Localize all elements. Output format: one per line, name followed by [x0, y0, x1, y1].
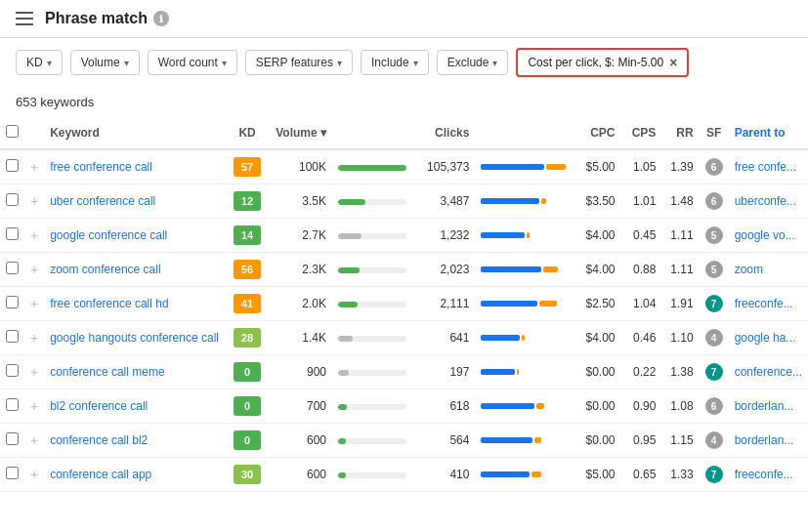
- sf-cell: 4: [700, 321, 729, 355]
- clicks-blue-segment: [481, 403, 534, 409]
- parent-cell[interactable]: freeconfe...: [729, 458, 808, 492]
- parent-cell[interactable]: conference...: [729, 355, 808, 389]
- add-keyword-icon[interactable]: +: [30, 262, 38, 277]
- close-filter-icon[interactable]: ×: [669, 55, 677, 70]
- volume-bar-fill: [338, 233, 362, 239]
- row-checkbox-cell[interactable]: [0, 149, 24, 184]
- row-checkbox-cell[interactable]: [0, 219, 24, 253]
- col-header-volume[interactable]: Volume ▾: [270, 117, 332, 149]
- row-checkbox-cell[interactable]: [0, 458, 24, 492]
- row-checkbox[interactable]: [6, 296, 19, 308]
- volume-bar: [338, 438, 406, 444]
- add-keyword-icon[interactable]: +: [30, 159, 38, 175]
- chevron-down-icon: ▾: [337, 58, 342, 68]
- filter-kd[interactable]: KD ▾: [16, 50, 63, 75]
- add-keyword-cell[interactable]: +: [24, 253, 44, 287]
- keyword-link[interactable]: zoom conference call: [50, 263, 160, 276]
- add-keyword-icon[interactable]: +: [30, 227, 38, 243]
- add-keyword-cell[interactable]: +: [24, 389, 44, 424]
- add-keyword-cell[interactable]: +: [24, 424, 44, 458]
- parent-cell[interactable]: borderlan...: [729, 389, 808, 424]
- row-checkbox-cell[interactable]: [0, 287, 24, 321]
- filter-volume[interactable]: Volume ▾: [70, 50, 140, 75]
- row-checkbox[interactable]: [6, 227, 19, 240]
- col-header-cps: CPS: [621, 117, 662, 149]
- parent-cell[interactable]: zoom: [729, 253, 808, 287]
- sf-badge: 6: [705, 158, 723, 176]
- hamburger-menu[interactable]: [16, 12, 33, 25]
- parent-cell[interactable]: freeconfe...: [729, 287, 808, 321]
- kd-cell: 0: [225, 424, 270, 458]
- sf-badge: 7: [705, 295, 723, 312]
- row-checkbox[interactable]: [6, 432, 19, 445]
- keyword-link[interactable]: google conference call: [50, 228, 167, 242]
- parent-cell[interactable]: uberconfe...: [729, 184, 808, 219]
- keyword-link[interactable]: conference call app: [50, 468, 151, 481]
- rr-cell: 1.11: [661, 253, 699, 287]
- sf-cell: 6: [700, 184, 729, 219]
- keyword-link[interactable]: free conference call hd: [50, 297, 168, 310]
- row-checkbox-cell[interactable]: [0, 321, 24, 355]
- filter-exclude[interactable]: Exclude ▾: [437, 50, 509, 75]
- info-icon[interactable]: ℹ: [153, 11, 169, 26]
- parent-cell[interactable]: free confe...: [729, 149, 808, 184]
- volume-bar-cell: [332, 355, 412, 389]
- keyword-link[interactable]: free conference call: [50, 160, 152, 174]
- keywords-count: 653 keywords: [0, 87, 808, 117]
- row-checkbox[interactable]: [6, 193, 19, 206]
- kd-badge: 12: [234, 191, 261, 211]
- chevron-down-icon: ▾: [47, 58, 52, 68]
- keywords-table: Keyword KD Volume ▾ Clicks CPC CPS RR SF…: [0, 117, 808, 492]
- col-header-kd[interactable]: KD: [225, 117, 270, 149]
- parent-cell[interactable]: borderlan...: [729, 424, 808, 458]
- row-checkbox[interactable]: [6, 364, 19, 377]
- add-keyword-icon[interactable]: +: [30, 398, 38, 414]
- add-keyword-cell[interactable]: +: [24, 149, 44, 184]
- filter-serp[interactable]: SERP features ▾: [245, 50, 353, 75]
- keyword-link[interactable]: conference call meme: [50, 365, 164, 379]
- row-checkbox[interactable]: [6, 467, 19, 479]
- volume-bar: [338, 404, 406, 410]
- select-all-header[interactable]: [0, 117, 24, 149]
- add-keyword-cell[interactable]: +: [24, 355, 44, 389]
- table-row: + free conference call hd 41 2.0K 2,111 …: [0, 287, 808, 321]
- row-checkbox[interactable]: [6, 159, 19, 172]
- row-checkbox-cell[interactable]: [0, 355, 24, 389]
- active-filter-cpc: Cost per click, $: Min-5.00 ×: [516, 48, 689, 77]
- clicks-blue-segment: [481, 266, 541, 272]
- row-checkbox-cell[interactable]: [0, 184, 24, 219]
- row-checkbox[interactable]: [6, 398, 19, 411]
- add-keyword-cell[interactable]: +: [24, 287, 44, 321]
- parent-cell[interactable]: google vo...: [729, 219, 808, 253]
- add-keyword-cell[interactable]: +: [24, 321, 44, 355]
- clicks-cell: 641: [412, 321, 475, 355]
- row-checkbox-cell[interactable]: [0, 253, 24, 287]
- cpc-cell: $3.50: [572, 184, 620, 219]
- row-checkbox-cell[interactable]: [0, 389, 24, 424]
- rr-cell: 1.08: [661, 389, 699, 424]
- volume-bar-fill: [338, 472, 346, 478]
- add-keyword-cell[interactable]: +: [24, 458, 44, 492]
- add-keyword-icon[interactable]: +: [30, 364, 38, 380]
- keyword-link[interactable]: conference call bl2: [50, 433, 148, 447]
- row-checkbox[interactable]: [6, 262, 19, 274]
- add-keyword-cell[interactable]: +: [24, 184, 44, 219]
- filter-include[interactable]: Include ▾: [361, 50, 429, 75]
- keyword-link[interactable]: google hangouts conference call: [50, 331, 219, 345]
- add-keyword-icon[interactable]: +: [30, 432, 38, 448]
- parent-cell[interactable]: google ha...: [729, 321, 808, 355]
- volume-bar: [338, 267, 406, 273]
- select-all-checkbox[interactable]: [6, 125, 19, 138]
- title-text: Phrase match: [45, 10, 148, 27]
- row-checkbox[interactable]: [6, 330, 19, 343]
- add-keyword-cell[interactable]: +: [24, 219, 44, 253]
- keyword-cell: free conference call hd: [44, 287, 225, 321]
- filter-wordcount[interactable]: Word count ▾: [148, 50, 237, 75]
- add-keyword-icon[interactable]: +: [30, 330, 38, 346]
- row-checkbox-cell[interactable]: [0, 424, 24, 458]
- keyword-link[interactable]: uber conference call: [50, 194, 155, 208]
- add-keyword-icon[interactable]: +: [30, 193, 38, 209]
- keyword-link[interactable]: bl2 conference call: [50, 399, 148, 413]
- add-keyword-icon[interactable]: +: [30, 296, 38, 311]
- add-keyword-icon[interactable]: +: [30, 467, 38, 482]
